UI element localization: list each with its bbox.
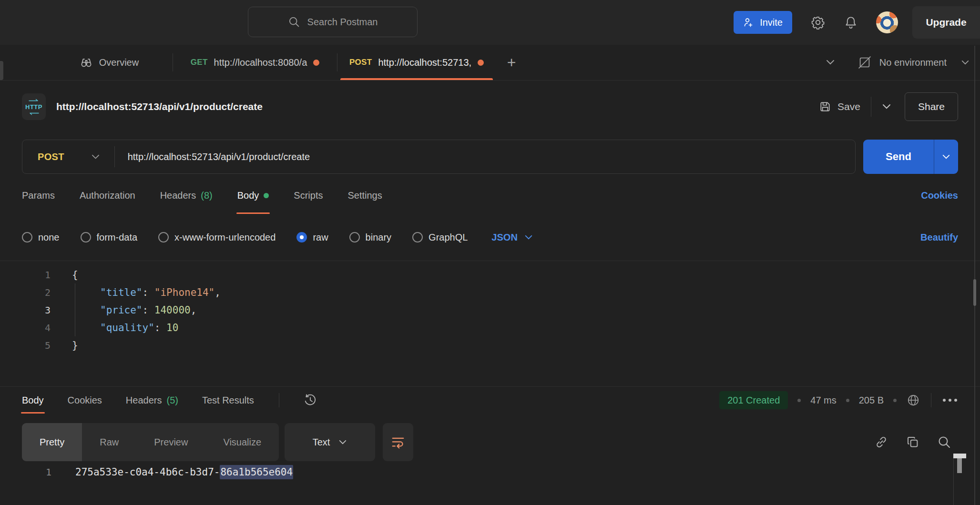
settings-gear-icon[interactable] — [810, 15, 826, 30]
status-badge[interactable]: 201 Created — [719, 391, 788, 409]
token: "price" — [100, 304, 143, 316]
radio-icon — [158, 232, 169, 242]
workspace-tab-bar: Overview GET http://localhost:8080/a POS… — [0, 45, 980, 81]
request-header: HTTP http://localhost:52713/api/v1/produ… — [0, 81, 980, 133]
request-tab-settings[interactable]: Settings — [347, 177, 382, 214]
more-options-ellipsis-icon[interactable] — [942, 397, 958, 403]
separator-dot — [893, 399, 897, 402]
view-tab-raw[interactable]: Raw — [82, 423, 136, 461]
body-mode-none[interactable]: none — [22, 232, 60, 243]
add-tab-button[interactable]: + — [496, 45, 527, 80]
tab-label: Body — [22, 395, 44, 406]
language-label: JSON — [491, 232, 517, 243]
save-options-chevron-icon[interactable] — [882, 103, 891, 110]
link-icon[interactable] — [874, 435, 888, 449]
tab-request-get[interactable]: GET http://localhost:8080/a — [173, 45, 337, 80]
view-tab-preview[interactable]: Preview — [136, 423, 205, 461]
save-button[interactable]: Save — [819, 101, 860, 113]
tab-overview[interactable]: Overview — [46, 45, 173, 80]
copy-icon[interactable] — [906, 435, 920, 449]
request-actions: Save Share — [819, 92, 958, 121]
format-chevron-icon — [338, 439, 347, 445]
http-badge-label: HTTP — [25, 103, 42, 111]
radio-icon — [22, 232, 32, 242]
request-tab-headers[interactable]: Headers(8) — [160, 177, 213, 214]
url-input[interactable]: http://localhost:52713/api/v1/product/cr… — [128, 152, 310, 162]
token: } — [72, 340, 78, 351]
tab-overview-label: Overview — [99, 57, 139, 68]
line-code: } — [72, 336, 78, 354]
response-tab-test-results[interactable]: Test Results — [202, 387, 254, 414]
search-input[interactable]: Search Postman — [248, 7, 418, 37]
send-button[interactable]: Send — [863, 140, 934, 174]
person-plus-icon — [743, 17, 755, 28]
upgrade-button[interactable]: Upgrade — [912, 6, 980, 39]
body-mode-label: form-data — [97, 232, 138, 243]
response-view-switcher: PrettyRawPreviewVisualize — [22, 423, 279, 461]
history-clock-icon[interactable] — [303, 393, 317, 407]
response-tab-body[interactable]: Body — [22, 387, 44, 414]
tab-list-chevron-icon[interactable] — [826, 59, 835, 66]
http-request-icon: HTTP — [22, 93, 46, 120]
token: "title" — [100, 287, 143, 298]
search-in-response-icon[interactable] — [937, 435, 951, 449]
token: , — [191, 304, 197, 316]
body-mode-x-www-form-urlencoded[interactable]: x-www-form-urlencoded — [158, 232, 276, 243]
indent-guide — [75, 319, 75, 336]
indent-guide — [75, 301, 75, 319]
request-tab-authorization[interactable]: Authorization — [80, 177, 135, 214]
request-builder: POST http://localhost:52713/api/v1/produ… — [0, 133, 980, 177]
response-tab-list: BodyCookiesHeaders(5)Test Results — [22, 387, 254, 414]
response-tab-cookies[interactable]: Cookies — [68, 387, 102, 414]
tabbar-right: No environment — [826, 45, 980, 80]
notifications-bell-icon[interactable] — [844, 15, 858, 30]
share-button[interactable]: Share — [905, 92, 958, 121]
environment-selector[interactable]: No environment — [847, 55, 980, 70]
tab-request-post[interactable]: POST http://localhost:52713, — [337, 45, 496, 80]
method-chevron-icon[interactable] — [91, 154, 100, 160]
sidebar-edge-handle[interactable] — [0, 61, 3, 80]
divider — [279, 393, 279, 407]
tab-label: Headers — [160, 190, 196, 201]
view-tab-pretty[interactable]: Pretty — [22, 423, 82, 461]
editor-line: 4"quality": 10 — [0, 319, 980, 336]
request-tab-params[interactable]: Params — [22, 177, 55, 214]
request-tabs: ParamsAuthorizationHeaders(8)BodyScripts… — [0, 177, 980, 214]
request-tab-body[interactable]: Body — [237, 177, 269, 214]
network-globe-icon[interactable] — [906, 393, 920, 407]
language-selector[interactable]: JSON — [491, 232, 532, 243]
tab-count: (5) — [166, 395, 178, 406]
body-mode-binary[interactable]: binary — [349, 232, 391, 243]
invite-label: Invite — [760, 17, 783, 28]
avatar[interactable] — [876, 11, 898, 33]
token: , — [214, 287, 221, 298]
token: : — [154, 322, 166, 333]
body-mode-form-data[interactable]: form-data — [81, 232, 138, 243]
response-body-line[interactable]: 1 275a533e-c0a4-4b6c-b3d7-86a1b565e604 — [0, 462, 980, 482]
separator-dot — [797, 399, 801, 402]
request-body-editor[interactable]: 1{2"title": "iPhone14",3"price": 140000,… — [0, 261, 980, 386]
response-text: 275a533e-c0a4-4b6c-b3d7-86a1b565e604 — [75, 466, 293, 478]
unsaved-dot — [478, 60, 484, 66]
body-mode-list: noneform-datax-www-form-urlencodedrawbin… — [22, 232, 468, 243]
view-tab-visualize[interactable]: Visualize — [205, 423, 279, 461]
body-mode-label: binary — [366, 232, 391, 243]
window-scrollbar-track[interactable] — [974, 46, 975, 505]
method-selector[interactable]: POST — [22, 152, 64, 162]
format-selector[interactable]: Text — [285, 423, 375, 461]
body-mode-raw[interactable]: raw — [296, 232, 328, 243]
send-options-chevron-icon[interactable] — [934, 140, 958, 174]
editor-scrollbar-thumb[interactable] — [973, 279, 976, 306]
body-mode-graphql[interactable]: GraphQL — [412, 232, 468, 243]
upgrade-label: Upgrade — [926, 17, 966, 28]
invite-button[interactable]: Invite — [734, 11, 792, 34]
wrap-lines-button[interactable] — [383, 423, 413, 461]
request-tab-scripts[interactable]: Scripts — [294, 177, 323, 214]
response-tab-headers[interactable]: Headers(5) — [126, 387, 178, 414]
editor-line: 3"price": 140000, — [0, 301, 980, 319]
tab-label: Scripts — [294, 190, 323, 201]
beautify-link[interactable]: Beautify — [920, 232, 958, 243]
unsaved-changes-dot — [264, 193, 269, 198]
cookies-link[interactable]: Cookies — [921, 190, 958, 201]
response-line-number: 1 — [0, 466, 51, 478]
